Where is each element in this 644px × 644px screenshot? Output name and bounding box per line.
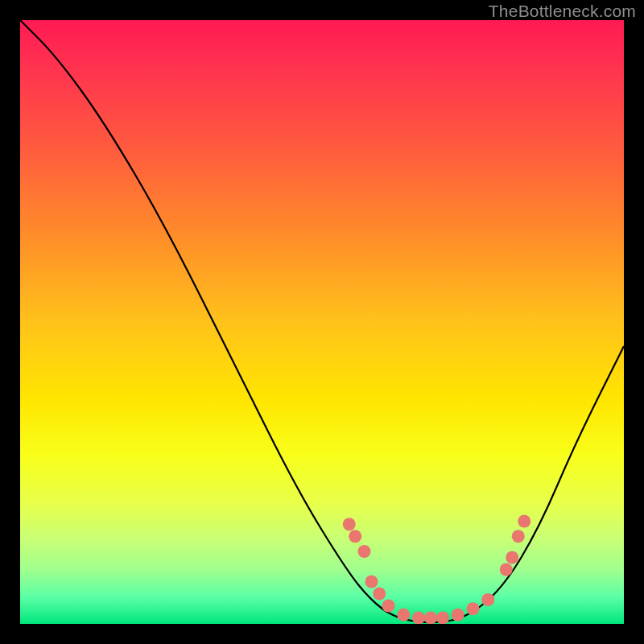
watermark-text: TheBottleneck.com: [489, 2, 636, 21]
data-marker: [500, 564, 513, 576]
data-marker: [358, 545, 371, 558]
data-marker: [412, 612, 425, 625]
chart-svg: [20, 20, 624, 624]
bottleneck-curve: [20, 20, 624, 622]
data-markers: [343, 515, 531, 625]
data-marker: [512, 530, 525, 543]
data-marker: [365, 576, 378, 588]
data-marker: [424, 612, 437, 625]
data-marker: [452, 609, 464, 621]
data-marker: [481, 593, 494, 606]
data-marker: [467, 602, 480, 615]
chart-frame: [20, 20, 624, 624]
data-marker: [518, 515, 530, 528]
data-marker: [436, 612, 449, 625]
data-marker: [343, 518, 356, 530]
data-marker: [506, 551, 518, 564]
data-marker: [373, 588, 386, 601]
data-marker: [349, 530, 361, 543]
data-marker: [382, 600, 395, 613]
data-marker: [397, 609, 410, 621]
